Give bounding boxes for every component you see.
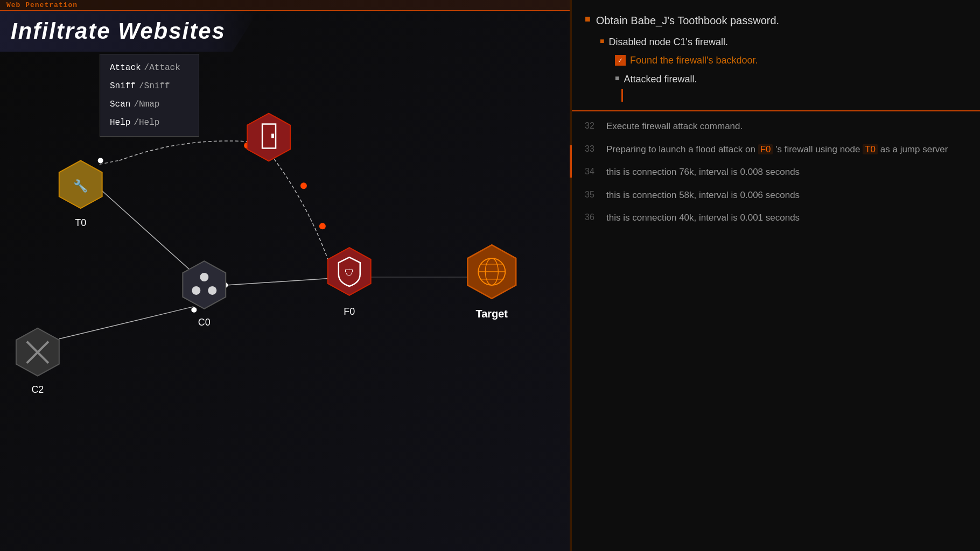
svg-line-2 — [59, 307, 194, 339]
sub-obj-bullet: ■ — [600, 37, 604, 46]
log-text-33: Preparing to launch a flood attack on F0… — [606, 143, 948, 157]
svg-point-20 — [208, 286, 216, 295]
highlight-f0: F0 — [758, 144, 773, 154]
network-diagram: 🔧 T0 C0 C2 — [0, 0, 570, 551]
log-text-32: Execute firewall attack command. — [606, 120, 743, 133]
highlight-t0: T0 — [863, 144, 878, 154]
menu-item-help[interactable]: Help /Help — [100, 114, 199, 132]
sub-obj-text: Disabled node C1's firewall. — [608, 36, 728, 48]
svg-marker-14 — [247, 114, 290, 161]
subsub-obj-text-1: Found the firewall's backdoor. — [630, 54, 758, 67]
svg-point-9 — [191, 307, 197, 313]
log-num-33: 33 — [585, 143, 600, 154]
svg-rect-16 — [271, 133, 274, 138]
log-text-34: this is connection 76k, interval is 0.00… — [606, 166, 800, 179]
log-entry-34: 34 this is connection 76k, interval is 0… — [585, 166, 967, 179]
right-panel: ■ Obtain Babe_J's Toothbook password. ■ … — [571, 0, 980, 551]
svg-text:Target: Target — [476, 308, 508, 320]
subsub2-bullet: ■ — [615, 74, 619, 83]
svg-text:🔧: 🔧 — [73, 179, 88, 193]
log-entry-36: 36 this is connection 40k, interval is 0… — [585, 211, 967, 225]
accent-line — [570, 145, 572, 178]
checkbox-done-icon — [615, 55, 626, 66]
subsub-objective-2: ■ Attacked firewall. — [615, 73, 967, 86]
log-num-34: 34 — [585, 166, 600, 176]
left-panel: Web Penetration Infiltrate Websites Atta… — [0, 0, 571, 551]
objectives-section: ■ Obtain Babe_J's Toothbook password. ■ … — [572, 0, 980, 111]
main-obj-bullet: ■ — [585, 14, 591, 25]
svg-text:C2: C2 — [31, 384, 44, 395]
svg-point-18 — [200, 273, 208, 281]
context-menu: Attack /Attack Sniff /Sniff Scan /Nmap H… — [100, 54, 199, 137]
svg-marker-17 — [183, 261, 226, 309]
svg-point-7 — [98, 158, 103, 163]
subsub-obj-text-2: Attacked firewall. — [624, 73, 697, 86]
svg-point-19 — [192, 286, 200, 295]
main-objective: ■ Obtain Babe_J's Toothbook password. — [585, 13, 967, 28]
main-obj-text: Obtain Babe_J's Toothbook password. — [596, 13, 779, 28]
log-entry-35: 35 this is connection 58k, interval is 0… — [585, 189, 967, 202]
subsub-objective-1: Found the firewall's backdoor. — [615, 54, 967, 67]
log-text-36: this is connection 40k, interval is 0.00… — [606, 211, 800, 225]
log-num-32: 32 — [585, 120, 600, 131]
menu-item-scan[interactable]: Scan /Nmap — [100, 95, 199, 114]
menu-item-sniff[interactable]: Sniff /Sniff — [100, 77, 199, 95]
svg-text:C0: C0 — [198, 317, 211, 328]
progress-line — [621, 89, 623, 102]
log-text-35: this is connection 58k, interval is 0.00… — [606, 189, 800, 202]
svg-text:F0: F0 — [344, 306, 355, 317]
log-section: 32 Execute firewall attack command. 33 P… — [572, 111, 980, 551]
log-entry-33: 33 Preparing to launch a flood attack on… — [585, 143, 967, 157]
svg-text:T0: T0 — [75, 217, 86, 228]
log-num-36: 36 — [585, 211, 600, 222]
log-entry-32: 32 Execute firewall attack command. — [585, 120, 967, 133]
svg-point-6 — [319, 223, 326, 229]
svg-point-5 — [300, 182, 307, 189]
menu-item-attack[interactable]: Attack /Attack — [100, 59, 199, 77]
log-num-35: 35 — [585, 189, 600, 200]
svg-text:🛡: 🛡 — [345, 268, 354, 279]
sub-objective-1: ■ Disabled node C1's firewall. — [600, 36, 967, 48]
